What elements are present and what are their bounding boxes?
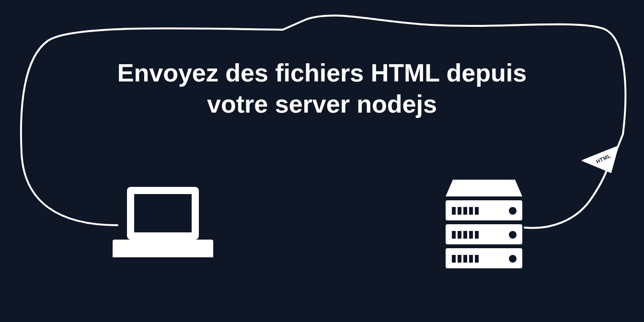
svg-rect-14 [463,231,467,239]
svg-rect-21 [463,255,467,263]
svg-rect-3 [113,252,213,257]
svg-rect-20 [458,255,461,263]
svg-rect-7 [463,207,467,215]
svg-point-24 [509,255,517,263]
svg-rect-22 [469,255,473,263]
svg-point-10 [509,207,517,215]
svg-rect-8 [469,207,473,215]
svg-rect-15 [469,231,473,239]
server-icon [443,177,525,273]
title-line-1: Envoyez des fichiers HTML depuis [117,59,527,87]
svg-rect-19 [452,255,456,263]
svg-point-17 [509,231,517,239]
connection-path [0,0,644,322]
svg-rect-13 [458,231,461,239]
svg-rect-6 [458,207,461,215]
svg-rect-9 [475,207,479,215]
main-title: Envoyez des fichiers HTML depuis votre s… [58,58,586,120]
svg-rect-23 [475,255,479,263]
svg-rect-16 [475,231,479,239]
svg-rect-5 [452,207,456,215]
svg-rect-1 [134,194,192,232]
laptop-icon [110,182,216,268]
title-line-2: votre server nodejs [207,90,437,118]
svg-rect-12 [452,231,456,239]
